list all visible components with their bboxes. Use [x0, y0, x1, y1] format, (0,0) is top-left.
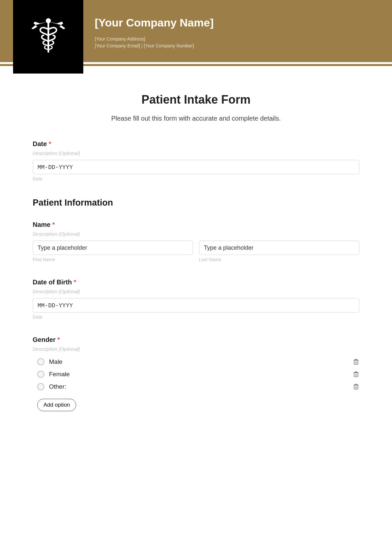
gender-option-label[interactable]: Other:	[49, 383, 66, 390]
form-title: Patient Intake Form	[33, 93, 359, 107]
add-option-button[interactable]: Add option	[37, 399, 76, 411]
first-name-sublabel: First Name	[33, 257, 193, 262]
dob-description[interactable]: Description (Optional)	[33, 289, 359, 294]
logo-container	[13, 0, 83, 74]
field-gender: Gender * Description (Optional) Male Fem…	[33, 336, 359, 411]
svg-rect-4	[354, 385, 358, 389]
gender-description[interactable]: Description (Optional)	[33, 346, 359, 352]
svg-rect-3	[354, 373, 358, 377]
gender-option-female: Female	[33, 368, 359, 380]
section-patient-info: Patient Information	[33, 198, 359, 208]
radio-icon[interactable]	[37, 383, 44, 390]
date-description[interactable]: Description (Optional)	[33, 150, 359, 156]
svg-rect-2	[354, 360, 358, 364]
trash-icon[interactable]	[353, 383, 359, 390]
dob-input[interactable]	[33, 298, 359, 312]
radio-icon[interactable]	[37, 358, 44, 365]
date-input[interactable]	[33, 160, 359, 174]
required-mark: *	[74, 278, 76, 286]
company-address: [Your Company Address]	[95, 36, 214, 42]
header-banner: [Your Company Name] [Your Company Addres…	[0, 0, 392, 62]
dob-sublabel: Date	[33, 314, 359, 320]
required-mark: *	[52, 221, 55, 228]
required-mark: *	[57, 336, 60, 343]
name-label-text: Name	[33, 221, 50, 228]
last-name-sublabel: Last Name	[199, 257, 359, 262]
field-name: Name * Description (Optional) First Name…	[33, 221, 359, 262]
trash-icon[interactable]	[353, 371, 359, 378]
first-name-input[interactable]	[33, 241, 193, 255]
date-sublabel: Date	[33, 176, 359, 181]
gender-label: Gender *	[33, 336, 359, 344]
required-mark: *	[49, 140, 51, 147]
field-dob: Date of Birth * Description (Optional) D…	[33, 278, 359, 320]
name-label: Name *	[33, 221, 359, 228]
trash-icon[interactable]	[353, 358, 359, 365]
radio-icon[interactable]	[37, 371, 44, 378]
company-contact: [Your Company Email] | [Your Company Num…	[95, 42, 214, 49]
date-label: Date *	[33, 140, 359, 148]
gender-option-label[interactable]: Male	[49, 358, 62, 365]
gender-option-male: Male	[33, 356, 359, 368]
name-description[interactable]: Description (Optional)	[33, 231, 359, 237]
gender-label-text: Gender	[33, 336, 56, 343]
last-name-input[interactable]	[199, 241, 359, 255]
date-label-text: Date	[33, 140, 47, 147]
gender-option-other: Other:	[33, 380, 359, 393]
gender-option-label[interactable]: Female	[49, 371, 70, 378]
field-date: Date * Description (Optional) Date	[33, 140, 359, 181]
dob-label-text: Date of Birth	[33, 278, 72, 286]
form-content: Patient Intake Form Please fill out this…	[0, 70, 392, 441]
caduceus-icon	[27, 16, 70, 58]
form-subtitle: Please fill out this form with accurate …	[33, 115, 359, 122]
company-name: [Your Company Name]	[95, 16, 214, 29]
header-text-block: [Your Company Name] [Your Company Addres…	[95, 0, 214, 62]
svg-rect-1	[47, 22, 49, 53]
dob-label: Date of Birth *	[33, 278, 359, 286]
